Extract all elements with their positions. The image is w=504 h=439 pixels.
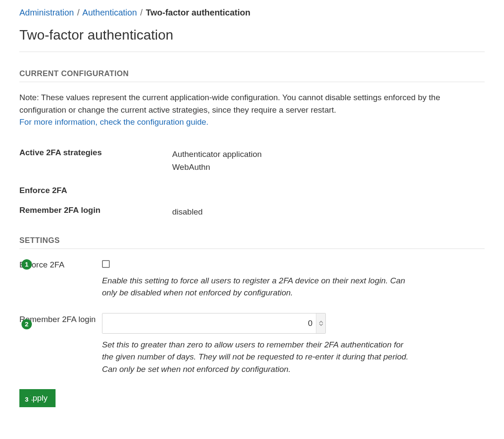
form-label-remember: Remember 2FA login [19, 313, 102, 376]
form-row-enforce: 1 Enforce 2FA Enable this setting to for… [19, 258, 485, 299]
form-row-remember: 2 Remember 2FA login Set this to greater… [19, 313, 485, 376]
breadcrumb: Administration / Authentication / Two-fa… [19, 8, 485, 18]
remember-2fa-input[interactable] [102, 313, 316, 333]
config-value-strategy-2: WebAuthn [172, 161, 262, 174]
help-text-enforce: Enable this setting to force all users t… [102, 275, 412, 299]
config-value-remember: disabled [172, 206, 203, 218]
title-divider [19, 52, 485, 52]
config-value-strategy-1: Authenticator application [172, 148, 262, 161]
chevron-down-icon [319, 323, 323, 326]
remember-2fa-input-wrap [102, 313, 326, 334]
breadcrumb-separator: / [140, 8, 143, 17]
config-label-remember: Remember 2FA login [19, 206, 172, 218]
page-title: Two-factor authentication [19, 27, 485, 43]
config-note-text: Note: These values represent the current… [19, 93, 440, 114]
breadcrumb-link-administration[interactable]: Administration [19, 8, 74, 17]
breadcrumb-separator: / [77, 8, 80, 17]
config-guide-link[interactable]: For more information, check the configur… [19, 117, 208, 126]
config-grid: Active 2FA strategies Authenticator appl… [19, 148, 485, 219]
number-spinner[interactable] [316, 313, 325, 333]
annotation-badge-2: 2 [22, 319, 32, 329]
config-label-active-strategies: Active 2FA strategies [19, 148, 172, 174]
breadcrumb-current: Two-factor authentication [146, 8, 250, 17]
breadcrumb-link-authentication[interactable]: Authentication [82, 8, 137, 17]
config-label-enforce: Enforce 2FA [19, 186, 172, 195]
enforce-2fa-checkbox[interactable] [102, 260, 110, 268]
config-value-active-strategies: Authenticator application WebAuthn [172, 148, 262, 174]
config-note: Note: These values represent the current… [19, 92, 485, 129]
section-heading-current-config: Current configuration [19, 69, 485, 82]
section-heading-settings: Settings [19, 236, 485, 249]
annotation-badge-3: 3 [22, 394, 32, 404]
help-text-remember: Set this to greater than zero to allow u… [102, 339, 412, 376]
annotation-badge-1: 1 [22, 259, 32, 270]
